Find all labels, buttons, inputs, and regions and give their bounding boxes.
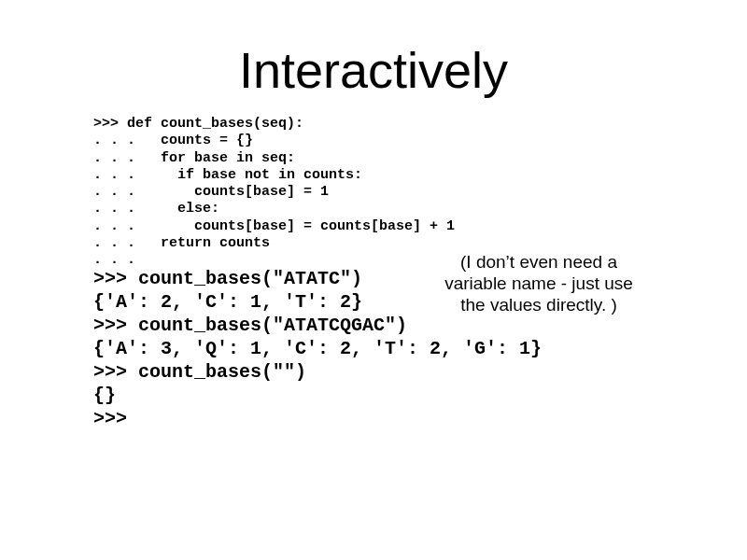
slide-title: Interactively	[0, 41, 747, 99]
slide: Interactively >>> def count_bases(seq): …	[0, 0, 747, 560]
code-definition: >>> def count_bases(seq): . . . counts =…	[93, 116, 455, 270]
annotation-note: (I don’t even need a variable name - jus…	[431, 252, 646, 315]
